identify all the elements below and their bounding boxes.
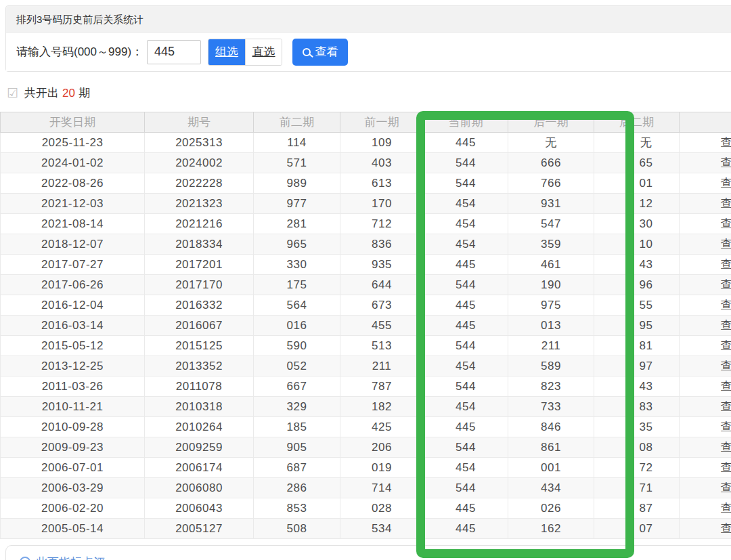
cell: 2010264 <box>145 417 254 437</box>
info-circle-icon <box>20 557 30 560</box>
cell: 613 <box>340 173 424 194</box>
cell: 975 <box>508 295 594 316</box>
view-button[interactable]: 查看 <box>292 39 348 66</box>
cell: 43 <box>594 255 680 275</box>
cell: 544 <box>424 437 508 458</box>
view-link[interactable]: 查看 <box>680 194 731 214</box>
view-link[interactable]: 查看 <box>680 519 731 539</box>
cell: 72 <box>594 458 680 478</box>
view-link[interactable]: 查看 <box>680 214 731 234</box>
cell: 2016067 <box>145 316 254 336</box>
view-link[interactable]: 查看 <box>680 458 731 478</box>
result-summary: ☑ 共开出 20 期 <box>7 85 90 101</box>
view-link[interactable]: 查看 <box>680 498 731 519</box>
clipboard-check-icon: ☑ <box>7 87 18 100</box>
cell: 853 <box>254 498 340 519</box>
cell: 08 <box>594 437 680 458</box>
column-header: 前一期 <box>340 112 424 133</box>
cell: 787 <box>340 376 424 397</box>
view-link[interactable]: 查看 <box>680 316 731 336</box>
cell: 403 <box>340 153 424 173</box>
view-link[interactable]: 查看 <box>680 478 731 498</box>
cell: 2017-07-27 <box>1 255 145 275</box>
cell: 97 <box>594 356 680 376</box>
cell: 454 <box>424 397 508 417</box>
cell: 2005127 <box>145 519 254 539</box>
table-row: 2005-05-14200512750853444516207查看 <box>1 519 731 539</box>
cell: 513 <box>340 336 424 356</box>
cell: 712 <box>340 214 424 234</box>
cell: 2013352 <box>145 356 254 376</box>
view-link[interactable]: 查看 <box>680 376 731 397</box>
zuxuan-toggle-button[interactable]: 组选 <box>208 39 245 65</box>
cell: 2024002 <box>145 153 254 173</box>
cell: 445 <box>424 498 508 519</box>
cell: 454 <box>424 356 508 376</box>
cell: 359 <box>508 234 594 255</box>
cell: 714 <box>340 478 424 498</box>
view-link[interactable]: 查看 <box>680 417 731 437</box>
cell: 445 <box>424 519 508 539</box>
cell: 95 <box>594 316 680 336</box>
cell: 028 <box>340 498 424 519</box>
cell: 2006-03-29 <box>1 478 145 498</box>
cell: 35 <box>594 417 680 437</box>
cell: 019 <box>340 458 424 478</box>
cell: 2017170 <box>145 275 254 295</box>
cell: 667 <box>254 376 340 397</box>
number-input-label: 请输入号码(000～999)： <box>16 44 143 60</box>
view-link[interactable]: 查看 <box>680 397 731 417</box>
zhixuan-toggle-button[interactable]: 直选 <box>245 39 282 65</box>
table-row: 2024-01-02202400257140354466665查看 <box>1 153 731 173</box>
table-row: 2021-12-03202132397717045493112查看 <box>1 194 731 214</box>
table-row: 2017-06-26201717017564454419096查看 <box>1 275 731 295</box>
view-link[interactable]: 查看 <box>680 173 731 194</box>
cell: 2015-05-12 <box>1 336 145 356</box>
cell: 454 <box>424 214 508 234</box>
view-link[interactable]: 查看 <box>680 437 731 458</box>
table-row: 2006-07-01200617468701945400172查看 <box>1 458 731 478</box>
view-link[interactable]: 查看 <box>680 275 731 295</box>
cell: 2021216 <box>145 214 254 234</box>
cell: 114 <box>254 133 340 153</box>
table-row: 2009-09-23200925990520654486108查看 <box>1 437 731 458</box>
cell: 673 <box>340 295 424 316</box>
table-row: 2006-02-20200604385302844502687查看 <box>1 498 731 519</box>
cell: 823 <box>508 376 594 397</box>
view-link[interactable]: 查看 <box>680 133 731 153</box>
footer-panel: 此页指标点评 <box>5 545 731 560</box>
view-link[interactable]: 查看 <box>680 295 731 316</box>
cell: 83 <box>594 397 680 417</box>
column-header: 开奖日期 <box>1 112 145 133</box>
cell: 2022-08-26 <box>1 173 145 194</box>
cell: 425 <box>340 417 424 437</box>
view-link[interactable]: 查看 <box>680 255 731 275</box>
cell: 547 <box>508 214 594 234</box>
cell: 026 <box>508 498 594 519</box>
cell: 175 <box>254 275 340 295</box>
view-link[interactable]: 查看 <box>680 153 731 173</box>
cell: 965 <box>254 234 340 255</box>
cell: 2006174 <box>145 458 254 478</box>
cell: 544 <box>424 478 508 498</box>
view-link[interactable]: 查看 <box>680 234 731 255</box>
footer-link[interactable]: 此页指标点评 <box>36 555 105 560</box>
column-header <box>680 112 731 133</box>
table-row: 2010-11-21201031832918245473383查看 <box>1 397 731 417</box>
cell: 01 <box>594 173 680 194</box>
cell: 281 <box>254 214 340 234</box>
cell: 2016-03-14 <box>1 316 145 336</box>
cell: 534 <box>340 519 424 539</box>
number-input[interactable] <box>147 40 201 64</box>
play-type-toggle: 组选 直选 <box>208 39 282 66</box>
view-link[interactable]: 查看 <box>680 356 731 376</box>
table-header-row: 开奖日期期号前二期前一期当前期后一期后二期 <box>1 112 731 133</box>
cell: 454 <box>424 234 508 255</box>
view-link[interactable]: 查看 <box>680 336 731 356</box>
cell: 2011078 <box>145 376 254 397</box>
table-row: 2022-08-26202222898961354476601查看 <box>1 173 731 194</box>
cell: 445 <box>424 295 508 316</box>
cell: 989 <box>254 173 340 194</box>
cell: 544 <box>424 173 508 194</box>
cell: 564 <box>254 295 340 316</box>
